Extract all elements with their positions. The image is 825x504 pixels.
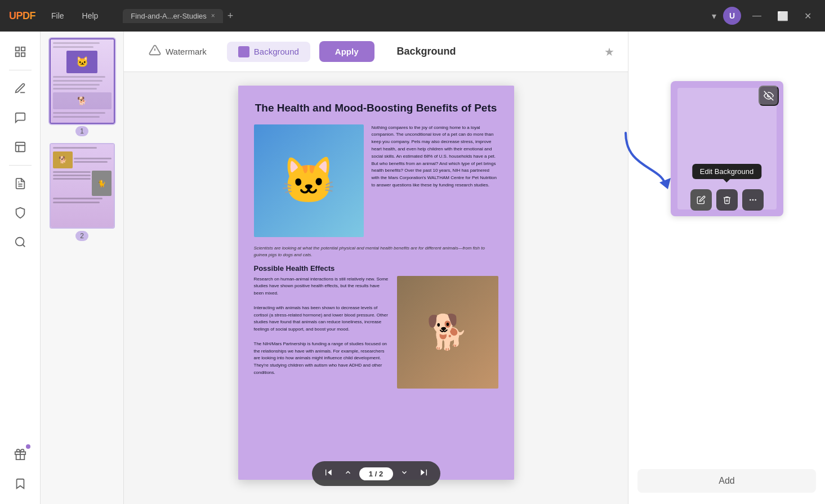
sidebar-item-gift[interactable] bbox=[7, 441, 34, 468]
svg-rect-0 bbox=[15, 47, 19, 51]
svg-line-8 bbox=[23, 244, 25, 247]
svg-marker-13 bbox=[659, 178, 671, 189]
cat-image: 🐱 bbox=[254, 124, 364, 237]
sidebar-item-bookmark[interactable] bbox=[7, 470, 34, 497]
svg-rect-2 bbox=[15, 53, 19, 56]
app-logo: UPDF bbox=[9, 10, 35, 22]
top-toolbar: Watermark Background Apply Background ★ bbox=[124, 32, 628, 72]
pdf-title: The Health and Mood-Boosting Benefits of… bbox=[254, 101, 498, 115]
thumbnail-panel: 🐱 🐕 1 bbox=[41, 32, 124, 504]
new-tab-btn[interactable]: + bbox=[228, 10, 234, 22]
menu-bar: File Help bbox=[44, 9, 105, 23]
pdf-viewer[interactable]: The Health and Mood-Boosting Benefits of… bbox=[124, 72, 628, 504]
delete-background-btn[interactable] bbox=[716, 189, 738, 211]
pdf-caption: Scientists are looking at what the poten… bbox=[254, 245, 498, 258]
bg-preview-container: Edit Background bbox=[671, 77, 783, 216]
thumbnail-item-1[interactable]: 🐱 🐕 1 bbox=[50, 38, 115, 136]
thumb-page-2[interactable]: 🐕 🐈 bbox=[50, 143, 115, 229]
thumb-page-1[interactable]: 🐱 🐕 bbox=[50, 38, 115, 124]
document-tab[interactable]: Find-and-A...er-Studies × bbox=[123, 9, 222, 23]
dog-image: 🐕 bbox=[397, 276, 498, 389]
sidebar-item-pages[interactable] bbox=[7, 38, 34, 65]
background-label: Background bbox=[254, 47, 299, 56]
content-area: Watermark Background Apply Background ★ … bbox=[124, 32, 628, 504]
sidebar-item-form[interactable] bbox=[7, 170, 34, 197]
svg-point-16 bbox=[752, 199, 753, 201]
thumb-content-1: 🐱 🐕 bbox=[51, 39, 114, 123]
sidebar-item-comment[interactable] bbox=[7, 104, 34, 131]
sidebar-item-protect[interactable] bbox=[7, 199, 34, 226]
bg-preview-card: Edit Background bbox=[671, 81, 783, 216]
file-menu[interactable]: File bbox=[44, 9, 71, 23]
watermark-label: Watermark bbox=[166, 47, 207, 56]
sidebar-item-edit[interactable] bbox=[7, 75, 34, 102]
action-buttons: Edit Background bbox=[690, 189, 764, 211]
thumb-page-number-2: 2 bbox=[75, 231, 88, 241]
star-btn[interactable]: ★ bbox=[604, 45, 614, 59]
divider-2 bbox=[9, 165, 32, 166]
svg-point-7 bbox=[15, 238, 24, 246]
next-page-btn[interactable] bbox=[396, 466, 412, 481]
notification-badge bbox=[26, 444, 30, 449]
help-menu[interactable]: Help bbox=[75, 9, 105, 23]
pdf-page: The Health and Mood-Boosting Benefits of… bbox=[238, 86, 514, 480]
pdf-body-text-2: Research on human-animal interactions is… bbox=[254, 276, 389, 389]
tab-title: Find-and-A...er-Studies bbox=[131, 12, 206, 20]
panel-title: Background bbox=[397, 46, 456, 57]
dropdown-icon[interactable]: ▾ bbox=[712, 11, 716, 21]
sidebar-item-organize[interactable] bbox=[7, 133, 34, 160]
left-sidebar bbox=[0, 32, 41, 504]
tab-close-btn[interactable]: × bbox=[211, 12, 215, 20]
right-panel: Edit Background bbox=[628, 32, 825, 504]
divider-1 bbox=[9, 70, 32, 70]
svg-rect-3 bbox=[21, 53, 24, 56]
watermark-btn[interactable]: Watermark bbox=[137, 39, 218, 64]
maximize-btn[interactable]: ⬜ bbox=[773, 8, 793, 24]
titlebar-controls: ▾ U — ⬜ ✕ bbox=[712, 7, 816, 25]
page-nav: 1 / 2 bbox=[312, 461, 440, 486]
page-indicator: 1 / 2 bbox=[359, 467, 393, 480]
pdf-body-section: Research on human-animal interactions is… bbox=[254, 276, 498, 389]
apply-btn[interactable]: Apply bbox=[319, 41, 374, 62]
user-avatar[interactable]: U bbox=[723, 7, 741, 25]
svg-point-15 bbox=[750, 199, 751, 201]
pdf-body-text-1: Nothing compares to the joy of coming ho… bbox=[372, 124, 498, 237]
more-options-btn[interactable] bbox=[742, 189, 764, 211]
visibility-toggle-btn[interactable] bbox=[759, 86, 779, 106]
tab-area: Find-and-A...er-Studies × + bbox=[123, 9, 703, 23]
main-layout: 🐱 🐕 1 bbox=[0, 32, 825, 504]
pdf-top-section: 🐱 Nothing compares to the joy of coming … bbox=[254, 124, 498, 237]
titlebar: UPDF File Help Find-and-A...er-Studies ×… bbox=[0, 0, 825, 32]
close-btn[interactable]: ✕ bbox=[800, 8, 816, 24]
first-page-btn[interactable] bbox=[321, 466, 337, 481]
last-page-btn[interactable] bbox=[416, 466, 431, 481]
svg-rect-4 bbox=[15, 142, 25, 152]
edit-background-btn[interactable] bbox=[690, 189, 712, 211]
background-icon bbox=[238, 46, 249, 57]
thumb-content-2: 🐕 🐈 bbox=[51, 144, 114, 228]
thumbnail-item-2[interactable]: 🐕 🐈 bbox=[50, 143, 115, 241]
svg-point-17 bbox=[755, 199, 756, 201]
watermark-icon bbox=[149, 44, 161, 59]
background-btn[interactable]: Background bbox=[227, 42, 310, 62]
add-btn[interactable]: Add bbox=[637, 469, 816, 493]
prev-page-btn[interactable] bbox=[340, 466, 356, 481]
minimize-btn[interactable]: — bbox=[748, 8, 766, 23]
sidebar-item-ocr[interactable] bbox=[7, 229, 34, 256]
thumb-page-number-1: 1 bbox=[75, 126, 88, 136]
svg-rect-1 bbox=[21, 47, 24, 51]
pdf-section-title: Possible Health Effects bbox=[254, 264, 498, 273]
